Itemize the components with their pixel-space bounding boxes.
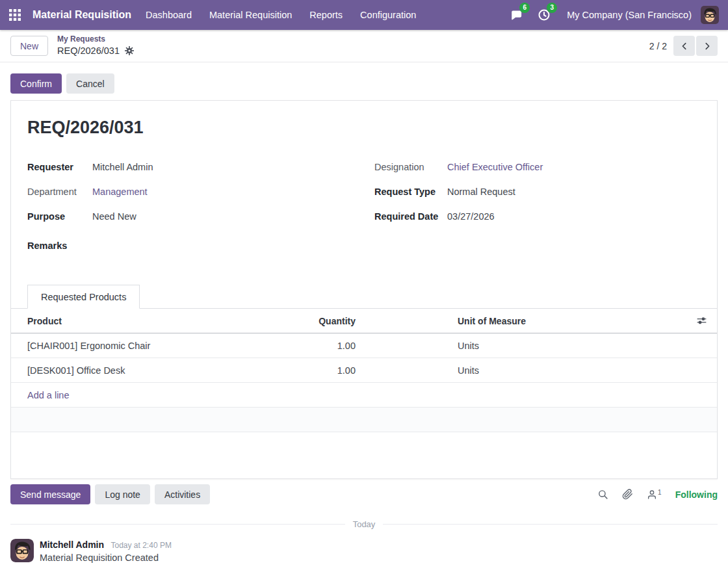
attach-files-button[interactable]: [622, 489, 633, 500]
cancel-button[interactable]: Cancel: [66, 73, 114, 94]
column-header-uom[interactable]: Unit of Measure: [356, 316, 686, 326]
chevron-right-icon: [703, 42, 712, 51]
app-title[interactable]: Material Requisition: [32, 9, 131, 21]
cell-product[interactable]: [CHAIR001] Ergonomic Chair: [11, 341, 307, 351]
purpose-input[interactable]: Need New: [92, 211, 136, 222]
requested-products-table: Product Quantity Unit of Measure [CHAIR0…: [11, 309, 717, 432]
chatter-icons: 1 Following: [597, 489, 718, 500]
pager-previous-button[interactable]: [673, 36, 695, 56]
request-type-select[interactable]: Normal Request: [447, 187, 515, 197]
message-timestamp: Today at 2:40 PM: [111, 541, 172, 550]
chatter-message: Mitchell Admin Today at 2:40 PM Material…: [10, 539, 718, 563]
nav-item-dashboard[interactable]: Dashboard: [146, 10, 192, 20]
breadcrumb-parent[interactable]: My Requests: [57, 34, 134, 45]
fields-right-column: Designation Chief Executive Officer Requ…: [374, 155, 701, 229]
apps-menu-button[interactable]: [0, 0, 30, 30]
navbar-left: Material Requisition Dashboard Material …: [0, 0, 416, 30]
breadcrumb-current: REQ/2026/031: [57, 45, 134, 57]
table-header-row: Product Quantity Unit of Measure: [11, 309, 717, 333]
notebook-tabs: Requested Products: [11, 285, 717, 309]
send-message-button[interactable]: Send message: [10, 484, 90, 504]
activities-button[interactable]: 3: [533, 5, 555, 25]
required-date-label: Required Date: [374, 211, 447, 222]
request-type-label: Request Type: [374, 187, 447, 197]
column-options-button[interactable]: [686, 315, 717, 326]
cell-quantity[interactable]: 1.00: [307, 341, 356, 351]
nav-item-material-requisition[interactable]: Material Requisition: [209, 10, 292, 20]
breadcrumb-current-label: REQ/2026/031: [57, 45, 120, 57]
following-toggle[interactable]: Following: [675, 489, 718, 500]
message-body: Material Requisition Created: [40, 552, 172, 563]
remarks-input[interactable]: [27, 251, 701, 285]
log-note-button[interactable]: Log note: [95, 484, 150, 504]
required-date-input[interactable]: 03/27/2026: [447, 211, 495, 222]
cell-product[interactable]: [DESK001] Office Desk: [11, 365, 307, 376]
department-link[interactable]: Management: [92, 187, 148, 197]
field-purpose: Purpose Need New: [27, 204, 358, 229]
field-requester: Requester Mitchell Admin: [27, 155, 358, 179]
followers-icon: [647, 489, 657, 500]
followers-count: 1: [658, 489, 662, 496]
pager-value: 2 / 2: [649, 41, 667, 51]
message-author-avatar[interactable]: [10, 539, 34, 562]
purpose-label: Purpose: [27, 211, 92, 222]
chatter-toolbar: Send message Log note Activities: [10, 484, 718, 504]
nav-item-reports[interactable]: Reports: [309, 10, 343, 20]
pager-buttons: [673, 36, 718, 56]
field-request-type: Request Type Normal Request: [374, 179, 701, 204]
divider-line: [383, 524, 718, 525]
message-header: Mitchell Admin Today at 2:40 PM: [40, 539, 172, 551]
department-label: Department: [27, 187, 92, 197]
field-grid: Requester Mitchell Admin Department Mana…: [27, 155, 701, 229]
company-switcher[interactable]: My Company (San Francisco): [567, 10, 692, 20]
breadcrumb: My Requests REQ/2026/031: [57, 34, 134, 57]
new-button[interactable]: New: [10, 36, 48, 56]
tab-requested-products[interactable]: Requested Products: [27, 285, 140, 309]
field-remarks: Remarks: [27, 240, 701, 285]
cell-uom[interactable]: Units: [356, 341, 686, 351]
messages-badge: 6: [519, 3, 530, 13]
remarks-label: Remarks: [27, 240, 701, 251]
date-divider-label: Today: [353, 519, 376, 529]
pager: 2 / 2: [649, 36, 718, 56]
designation-link[interactable]: Chief Executive Officer: [447, 162, 543, 172]
divider-line: [10, 524, 345, 525]
gear-icon[interactable]: [125, 46, 134, 55]
form-sheet: REQ/2026/031 Requester Mitchell Admin De…: [10, 100, 718, 479]
activities-badge: 3: [547, 3, 557, 13]
cell-quantity[interactable]: 1.00: [307, 365, 356, 376]
designation-label: Designation: [374, 162, 447, 172]
cell-uom[interactable]: Units: [356, 365, 686, 376]
navbar-right: 6 3 My Company (San Francisco): [506, 5, 728, 25]
add-line-row: Add a line: [11, 383, 717, 408]
message-content: Mitchell Admin Today at 2:40 PM Material…: [40, 539, 172, 563]
table-row[interactable]: [DESK001] Office Desk 1.00 Units: [11, 358, 717, 383]
requester-input[interactable]: Mitchell Admin: [92, 162, 153, 172]
column-header-product[interactable]: Product: [11, 316, 307, 326]
column-options-icon: [696, 315, 707, 326]
search-messages-button[interactable]: [597, 489, 608, 500]
chatter: Send message Log note Activities: [0, 479, 728, 563]
date-divider: Today: [10, 519, 718, 529]
add-a-line-link[interactable]: Add a line: [27, 390, 70, 400]
pager-next-button[interactable]: [696, 36, 718, 56]
confirm-button[interactable]: Confirm: [10, 73, 62, 94]
fields-left-column: Requester Mitchell Admin Department Mana…: [27, 155, 358, 229]
message-author[interactable]: Mitchell Admin: [40, 540, 104, 550]
table-row[interactable]: [CHAIR001] Ergonomic Chair 1.00 Units: [11, 333, 717, 358]
messages-button[interactable]: 6: [506, 5, 528, 25]
column-header-quantity[interactable]: Quantity: [307, 316, 356, 326]
requester-label: Requester: [27, 162, 92, 172]
user-avatar[interactable]: [701, 6, 719, 24]
followers-button[interactable]: 1: [647, 489, 662, 500]
top-navbar: Material Requisition Dashboard Material …: [0, 0, 728, 30]
field-designation: Designation Chief Executive Officer: [374, 155, 701, 179]
statusbar-actions: Confirm Cancel: [0, 62, 728, 100]
attachment-icon: [622, 489, 633, 500]
page-title: REQ/2026/031: [27, 118, 701, 138]
nav-item-configuration[interactable]: Configuration: [360, 10, 416, 20]
field-required-date: Required Date 03/27/2026: [374, 204, 701, 229]
activities-schedule-button[interactable]: Activities: [155, 484, 210, 504]
search-icon: [597, 489, 608, 500]
apps-grid-icon: [9, 9, 21, 21]
